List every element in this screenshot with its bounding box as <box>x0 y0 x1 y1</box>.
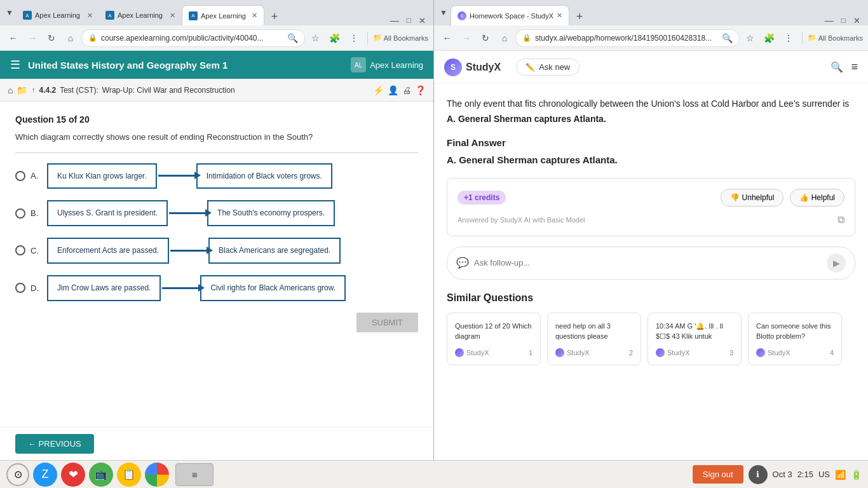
send-btn[interactable]: ▶ <box>827 254 846 273</box>
maximize-btn[interactable]: □ <box>404 16 414 25</box>
thumbnail-preview: ▦ <box>175 463 214 486</box>
help-icon[interactable]: ❓ <box>415 85 426 95</box>
final-answer-label: Final Answer <box>447 137 855 148</box>
add-tab-left[interactable]: + <box>266 8 283 25</box>
close-btn-right[interactable]: ✕ <box>851 16 863 25</box>
similar-card-3[interactable]: 10:34 AM G '🔔. Ill . Il $☐$ 43 Klik untu… <box>648 313 742 365</box>
answer-intro: The only event that fits chronologically… <box>447 97 855 127</box>
tab-scroll-right[interactable]: ▼ <box>437 0 451 25</box>
forward-btn-right[interactable]: → <box>458 30 475 46</box>
breadcrumb-section: 4.4.2 <box>39 86 56 95</box>
option-a-row: A. Ku Klux Klan grows larger. Intimidati… <box>15 163 418 189</box>
right-url-box[interactable]: 🔒 studyx.ai/webapp/homework/184195001604… <box>515 29 740 47</box>
tab-apex-3[interactable]: A Apex Learning ✕ <box>182 5 264 25</box>
previous-button[interactable]: ← PREVIOUS <box>15 434 94 454</box>
tab-close-2[interactable]: ✕ <box>170 11 175 20</box>
print-icon[interactable]: 🖨 <box>402 85 411 95</box>
option-letter-a: A. <box>31 171 42 180</box>
star-btn[interactable]: ☆ <box>308 30 324 46</box>
more-btn[interactable]: ⋮ <box>346 30 362 46</box>
submit-button[interactable]: SUBMIT <box>356 313 418 332</box>
studyx-mini-logo-3 <box>656 348 665 357</box>
chat-icon: 💬 <box>456 257 469 269</box>
feedback-btns: 👎 Unhelpful 👍 Helpful <box>721 189 844 207</box>
question-text: Which diagram correctly shows one result… <box>15 131 418 144</box>
maximize-btn-right[interactable]: □ <box>839 16 848 25</box>
arrow-d <box>162 287 199 289</box>
similar-card-1[interactable]: Question 12 of 20 Which diagram StudyX 1 <box>447 313 541 365</box>
hamburger-icon[interactable]: ☰ <box>10 58 20 72</box>
tab-favicon-1: A <box>23 11 32 20</box>
question-area: Question 15 of 20 Which diagram correctl… <box>0 102 433 427</box>
minimize-btn[interactable]: — <box>388 15 402 25</box>
ask-new-btn[interactable]: ✏️ Ask new <box>516 58 580 76</box>
tab-favicon-3: A <box>189 11 198 20</box>
tab-close-3[interactable]: ✕ <box>252 11 257 20</box>
add-tab-right[interactable]: + <box>571 8 588 25</box>
zoom-icon[interactable]: Z <box>33 463 57 487</box>
tab-close-1[interactable]: ✕ <box>87 11 93 20</box>
radio-c[interactable] <box>15 245 25 255</box>
menu-icon-studyx[interactable]: ≡ <box>851 60 858 74</box>
bookmark-folder-icon: 📁 <box>373 34 382 42</box>
right-url-text: studyx.ai/webapp/homework/18419500160428… <box>535 34 712 43</box>
taskbar-date: Oct 3 <box>773 470 792 479</box>
os-logo[interactable]: ⊙ <box>6 463 29 486</box>
tab-scroll-left-1[interactable]: ▼ <box>3 0 17 25</box>
minimize-btn-right[interactable]: — <box>822 15 836 25</box>
helpful-btn[interactable]: 👍 Helpful <box>790 189 844 207</box>
more-btn-right[interactable]: ⋮ <box>780 30 797 46</box>
similar-title: Similar Questions <box>447 292 855 304</box>
option-letter-c: C. <box>31 246 42 255</box>
radio-d[interactable] <box>15 283 25 293</box>
unhelpful-btn[interactable]: 👎 Unhelpful <box>721 189 783 207</box>
person-icon[interactable]: 👤 <box>388 85 398 95</box>
info-indicator[interactable]: ℹ <box>749 465 768 484</box>
reload-btn-right[interactable]: ↻ <box>477 30 494 46</box>
similar-cards: Question 12 of 20 Which diagram StudyX 1… <box>447 313 855 365</box>
forward-btn[interactable]: → <box>24 30 41 46</box>
arrow-c <box>170 250 207 252</box>
sign-out-button[interactable]: Sign out <box>693 465 743 484</box>
extension-btn[interactable]: 🧩 <box>327 30 343 46</box>
follow-up-input[interactable] <box>474 258 822 268</box>
home-btn-right[interactable]: ⌂ <box>496 30 513 46</box>
similar-card-2[interactable]: need help on all 3 questions please Stud… <box>547 313 641 365</box>
back-btn[interactable]: ← <box>5 30 22 46</box>
translate-icon[interactable]: ⚡ <box>373 85 384 95</box>
back-btn-right[interactable]: ← <box>439 30 456 46</box>
extension-btn-right[interactable]: 🧩 <box>761 30 778 46</box>
tab-studyx[interactable]: S Homework Space - StudyX ✕ <box>451 5 569 25</box>
breadcrumb-label: Test (CST): <box>60 86 98 95</box>
home-btn[interactable]: ⌂ <box>62 30 79 46</box>
home-breadcrumb-icon[interactable]: ⌂ <box>8 85 13 95</box>
tab-apex-2[interactable]: A Apex Learning ✕ <box>99 5 182 25</box>
radio-a[interactable] <box>15 171 25 181</box>
star-btn-right[interactable]: ☆ <box>742 30 759 46</box>
studyx-logo-circle: S <box>444 58 462 76</box>
studyx-tab-close[interactable]: ✕ <box>557 11 562 20</box>
search-icon-studyx[interactable]: 🔍 <box>831 61 843 73</box>
studyx-navbar: S StudyX ✏️ Ask new 🔍 ≡ <box>434 51 868 84</box>
screencast-icon[interactable]: 📺 <box>89 463 113 487</box>
similar-card-4[interactable]: Can someone solve this Blotto problem? S… <box>748 313 842 365</box>
left-url-box[interactable]: 🔒 course.apexlearning.com/public/activit… <box>81 29 305 47</box>
tab-apex-1[interactable]: A Apex Learning ✕ <box>17 5 99 25</box>
reload-btn[interactable]: ↻ <box>43 30 60 46</box>
option-c-row: C. Enforcement Acts are passed. Black Am… <box>15 238 418 264</box>
all-bookmarks-left[interactable]: 📁 All Bookmarks <box>373 34 428 42</box>
credits-badge: +1 credits <box>458 191 506 205</box>
folder-breadcrumb-icon[interactable]: 📁 <box>17 85 27 95</box>
close-btn[interactable]: ✕ <box>416 16 428 25</box>
studyx-mini-logo-2 <box>555 348 564 357</box>
chrome-icon[interactable] <box>145 463 169 487</box>
all-bookmarks-right[interactable]: 📁 All Bookmarks <box>808 34 863 42</box>
radio-b[interactable] <box>15 208 25 219</box>
app4-icon[interactable]: 📋 <box>117 463 141 487</box>
question-number: Question 15 of 20 <box>15 114 418 125</box>
app2-icon[interactable]: ❤ <box>61 463 85 487</box>
copy-icon[interactable]: ⧉ <box>837 214 844 226</box>
right-tab-bar: ▼ S Homework Space - StudyX ✕ + — □ ✕ <box>434 0 868 25</box>
diagram-a-left: Ku Klux Klan grows larger. <box>47 163 157 189</box>
diagram-d-left: Jim Crow Laws are passed. <box>47 275 161 301</box>
